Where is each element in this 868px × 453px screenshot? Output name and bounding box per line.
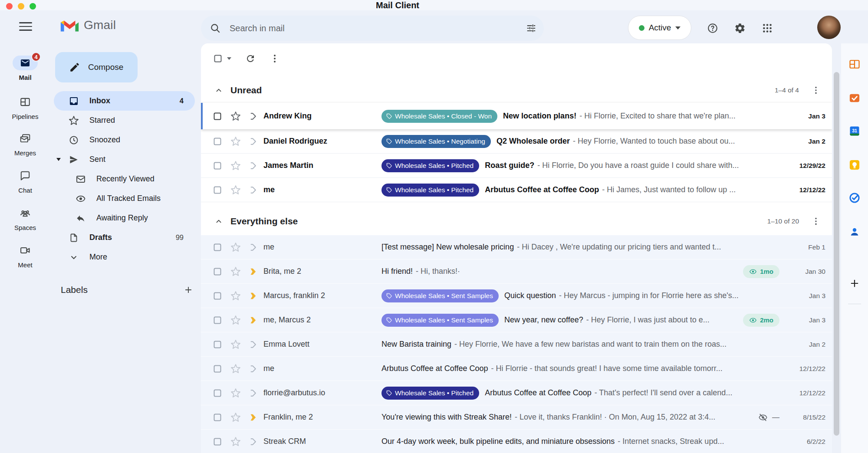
streak-box-icon[interactable] — [248, 388, 258, 398]
row-checkbox[interactable] — [212, 266, 223, 277]
refresh-button[interactable] — [245, 53, 256, 64]
pipeline-stage-label[interactable]: Wholesale Sales • Pitched — [381, 387, 479, 400]
compose-button[interactable]: Compose — [55, 52, 138, 82]
google-calendar-icon[interactable] — [841, 125, 868, 137]
row-checkbox[interactable] — [212, 412, 223, 423]
email-row[interactable]: Daniel Rodriguez Wholesale Sales • Negot… — [201, 129, 832, 154]
star-icon[interactable] — [230, 136, 241, 147]
row-checkbox[interactable] — [212, 111, 223, 121]
star-icon[interactable] — [230, 388, 241, 398]
streak-box-icon[interactable] — [248, 412, 258, 423]
star-icon[interactable] — [230, 315, 241, 325]
email-row[interactable]: me [Test message] New wholesale pricing … — [201, 235, 832, 259]
email-row[interactable]: Emma Lovett New Barista training - Hey F… — [201, 332, 832, 357]
streak-box-icon[interactable] — [248, 364, 258, 374]
status-dropdown[interactable]: Active — [628, 16, 691, 40]
search-bar[interactable] — [201, 16, 544, 41]
collapse-section-chevron-icon[interactable] — [214, 217, 224, 226]
streak-box-icon[interactable] — [248, 161, 258, 171]
row-checkbox[interactable] — [212, 315, 223, 325]
star-icon[interactable] — [230, 364, 241, 374]
pipeline-stage-label[interactable]: Wholesale Sales • Sent Samples — [381, 289, 499, 302]
more-options-kebab-icon[interactable] — [270, 53, 280, 64]
account-avatar[interactable] — [817, 16, 841, 39]
get-addons-plus-icon[interactable] — [841, 278, 868, 289]
select-all-checkbox[interactable] — [213, 53, 223, 64]
pipeline-stage-label[interactable]: Wholesale Sales • Closed - Won — [381, 110, 497, 123]
nav-rail-item-spaces[interactable]: Spaces — [0, 206, 50, 231]
help-button[interactable] — [704, 20, 721, 37]
streak-email-tasks-icon[interactable] — [841, 92, 868, 104]
star-icon[interactable] — [230, 242, 241, 253]
google-tasks-icon[interactable] — [841, 192, 868, 204]
search-icon[interactable] — [210, 23, 221, 34]
row-checkbox[interactable] — [212, 185, 223, 195]
search-options-tune-icon[interactable] — [526, 23, 537, 34]
row-checkbox[interactable] — [212, 339, 223, 350]
sidebar-item-starred[interactable]: Starred — [54, 111, 195, 130]
add-label-button[interactable] — [184, 285, 193, 295]
row-checkbox[interactable] — [212, 388, 223, 398]
row-checkbox[interactable] — [212, 364, 223, 374]
streak-pipelines-icon[interactable] — [841, 58, 868, 70]
sidebar-item-snoozed[interactable]: Snoozed — [54, 130, 195, 150]
email-tracking-badge[interactable]: 2mo — [743, 314, 779, 327]
email-row[interactable]: Streak CRM Our 4-day work week, bulk pip… — [201, 430, 832, 453]
streak-box-icon[interactable] — [248, 111, 258, 121]
select-dropdown-icon[interactable] — [227, 57, 231, 60]
streak-box-icon[interactable] — [248, 437, 258, 447]
sidebar-item-sent[interactable]: Sent — [54, 150, 195, 169]
nav-rail-item-meet[interactable]: Meet — [0, 243, 50, 269]
google-apps-button[interactable] — [759, 20, 776, 37]
minimize-button[interactable] — [18, 3, 24, 10]
streak-box-icon[interactable] — [248, 136, 258, 147]
star-icon[interactable] — [230, 161, 241, 171]
nav-rail-item-pipelines[interactable]: Pipelines — [0, 95, 50, 120]
streak-box-icon[interactable] — [248, 291, 258, 301]
pipeline-stage-label[interactable]: Wholesale Sales • Sent Samples — [381, 314, 499, 327]
settings-button[interactable] — [731, 20, 749, 37]
streak-box-icon[interactable] — [248, 315, 258, 325]
email-row[interactable]: Brita, me 2 Hi friend! - Hi, thanks!· 1m… — [201, 259, 832, 284]
star-icon[interactable] — [230, 437, 241, 447]
star-icon[interactable] — [230, 111, 241, 121]
row-checkbox[interactable] — [212, 161, 223, 171]
sidebar-item-all-tracked-emails[interactable]: All Tracked Emails — [54, 189, 195, 208]
google-contacts-icon[interactable] — [841, 226, 868, 238]
close-button[interactable] — [6, 3, 13, 10]
pipeline-stage-label[interactable]: Wholesale Sales • Pitched — [381, 159, 479, 172]
star-icon[interactable] — [230, 185, 241, 195]
sidebar-item-drafts[interactable]: Drafts 99 — [54, 228, 195, 247]
scrollbar-thumb[interactable] — [834, 72, 839, 436]
collapse-triangle-icon[interactable] — [56, 158, 61, 161]
sidebar-item-inbox[interactable]: Inbox 4 — [54, 91, 195, 111]
main-menu-hamburger-icon[interactable] — [19, 22, 32, 33]
streak-box-icon[interactable] — [248, 242, 258, 253]
section-kebab-icon[interactable] — [811, 85, 821, 95]
sidebar-item-recently-viewed[interactable]: Recently Viewed — [54, 169, 195, 189]
streak-box-icon[interactable] — [248, 185, 258, 195]
collapse-section-chevron-icon[interactable] — [214, 85, 224, 95]
star-icon[interactable] — [230, 266, 241, 277]
row-checkbox[interactable] — [212, 437, 223, 447]
email-tracking-badge[interactable]: 1mo — [743, 265, 779, 278]
email-row[interactable]: Andrew King Wholesale Sales • Closed - W… — [201, 103, 832, 129]
zoom-button[interactable] — [30, 3, 36, 10]
sidebar-item-awaiting-reply[interactable]: Awaiting Reply — [54, 208, 195, 228]
row-checkbox[interactable] — [212, 136, 223, 147]
email-row[interactable]: Marcus, franklin 2 Wholesale Sales • Sen… — [201, 284, 832, 308]
streak-box-icon[interactable] — [248, 339, 258, 350]
pipeline-stage-label[interactable]: Wholesale Sales • Pitched — [381, 184, 479, 197]
pipeline-stage-label[interactable]: Wholesale Sales • Negotiating — [381, 135, 491, 148]
row-checkbox[interactable] — [212, 242, 223, 253]
email-row[interactable]: florrie@arbutus.io Wholesale Sales • Pit… — [201, 381, 832, 405]
email-row[interactable]: me Arbutus Coffee at Coffee Coop - Hi Fl… — [201, 357, 832, 381]
streak-box-icon[interactable] — [248, 266, 258, 277]
section-kebab-icon[interactable] — [811, 217, 821, 226]
row-checkbox[interactable] — [212, 291, 223, 301]
nav-rail-item-chat[interactable]: Chat — [0, 168, 50, 194]
nav-rail-item-merges[interactable]: Merges — [0, 131, 50, 157]
email-row[interactable]: me Wholesale Sales • Pitched Arbutus Cof… — [201, 178, 832, 202]
star-icon[interactable] — [230, 291, 241, 301]
email-row[interactable]: Franklin, me 2 You're viewing this with … — [201, 405, 832, 430]
